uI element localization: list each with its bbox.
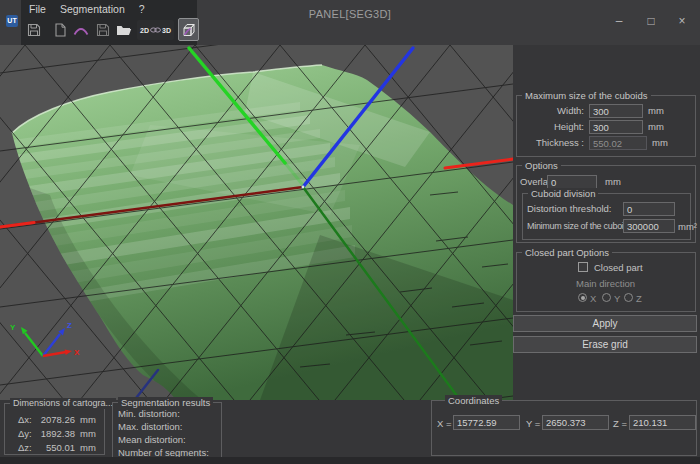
max-size-group-title: Maximum size of the cuboids: [522, 90, 651, 101]
dx-unit: mm: [80, 414, 96, 425]
open-folder-icon[interactable]: [116, 22, 132, 38]
coord-z-label: Z =: [613, 418, 627, 429]
dimensions-group-title: Dimensions of cartogra...: [10, 398, 116, 409]
menu-toolbar-strip: File Segmentation ? 2D: [21, 0, 197, 45]
min-size-field[interactable]: [623, 219, 675, 233]
triad-x-label: X: [74, 348, 80, 357]
dy-unit: mm: [80, 428, 96, 439]
main-direction-radio-z-label: Z: [636, 293, 642, 304]
dz-unit: mm: [80, 442, 96, 453]
coord-y-field[interactable]: [542, 415, 609, 430]
main-direction-radio-y-label: Y: [614, 293, 620, 304]
new-file-icon[interactable]: [52, 22, 68, 38]
save-icon[interactable]: [26, 22, 42, 38]
main-direction-label: Main direction: [576, 278, 635, 289]
coord-x-label: X =: [437, 418, 452, 429]
options-group-title: Options: [522, 160, 561, 171]
dx-value: 2078.26: [31, 414, 75, 425]
triad-z-label: Z: [67, 321, 72, 330]
dx-label: Δx:: [18, 414, 32, 425]
axes-origin-point: [302, 186, 305, 189]
height-label: Height:: [517, 121, 584, 132]
height-field[interactable]: [589, 120, 643, 134]
max-size-group: Maximum size of the cuboids Width: mm He…: [516, 95, 696, 157]
dz-label: Δz:: [18, 442, 32, 453]
toggle-2d-label: 2D: [140, 27, 149, 34]
menu-file[interactable]: File: [29, 3, 46, 15]
max-distortion-label: Max. distortion:: [118, 421, 182, 432]
apply-button[interactable]: Apply: [513, 315, 697, 332]
min-distortion-label: Min. distortion:: [118, 408, 180, 419]
closed-part-group-title: Closed part Options: [522, 247, 612, 258]
main-direction-radio-x-label: X: [590, 293, 596, 304]
dimensions-group: Dimensions of cartogra... Δx: 2078.26 mm…: [4, 403, 105, 455]
erase-grid-button[interactable]: Erase grid: [513, 336, 697, 353]
viewport-3d[interactable]: Y Z X: [0, 45, 513, 400]
mean-distortion-label: Mean distortion:: [118, 434, 186, 445]
segmentation-results-group: Segmentation results Min. distortion: Ma…: [112, 402, 222, 458]
dy-value: 1892.38: [31, 428, 75, 439]
overlap-field[interactable]: [547, 175, 597, 189]
thickness-field: [589, 136, 647, 150]
distortion-threshold-label: Distortion threshold:: [527, 203, 611, 214]
toggle-3d-label: 3D: [162, 27, 171, 34]
coord-x-field[interactable]: [453, 415, 520, 430]
thickness-label: Thickness :: [517, 137, 584, 148]
save-as-icon[interactable]: [95, 22, 111, 38]
main-direction-radio-z[interactable]: [624, 293, 633, 302]
curve-icon[interactable]: [73, 22, 89, 38]
link-icon: [150, 26, 161, 34]
minimize-button[interactable]: –: [608, 11, 630, 31]
coordinates-group: Coordinates X = Y = Z =: [431, 400, 697, 456]
height-unit: mm: [648, 121, 664, 132]
main-direction-radio-x[interactable]: [578, 293, 587, 302]
title-bar: UT File Segmentation ? 2D: [0, 0, 700, 45]
menu-bar: File Segmentation ?: [21, 1, 197, 17]
main-direction-radio-y[interactable]: [602, 293, 611, 302]
cuboid-division-title: Cuboid division: [528, 188, 598, 199]
triad-y-label: Y: [10, 323, 16, 332]
segmentation-results-title: Segmentation results: [118, 397, 213, 408]
options-group: Options Overlap: mm Cuboid division Dist…: [516, 165, 696, 243]
closed-part-group: Closed part Options Closed part Main dir…: [516, 252, 696, 312]
window-title: PANEL[SEG3D]: [270, 8, 430, 20]
overlap-unit: mm: [605, 176, 621, 187]
width-label: Width:: [517, 105, 584, 116]
close-button[interactable]: ×: [671, 11, 693, 31]
width-unit: mm: [648, 105, 664, 116]
scene-canvas: Y Z X: [0, 45, 513, 400]
coord-y-label: Y =: [526, 418, 540, 429]
cuboid-segmentation-tool-button[interactable]: [178, 18, 199, 41]
toggle-2d3d-button[interactable]: 2D 3D: [137, 20, 174, 40]
dy-label: Δy:: [18, 428, 32, 439]
dz-value: 550.01: [31, 442, 75, 453]
cuboid-division-group: Cuboid division Distortion threshold: Mi…: [522, 193, 691, 240]
coordinates-group-title: Coordinates: [445, 395, 502, 406]
coord-z-field[interactable]: [629, 415, 696, 430]
thickness-unit: mm: [652, 137, 668, 148]
cube-icon: [181, 22, 196, 38]
app-logo: UT: [6, 15, 18, 27]
closed-part-checkbox-label: Closed part: [594, 262, 643, 273]
min-size-unit: mm²: [678, 221, 697, 232]
closed-part-checkbox[interactable]: [578, 262, 588, 272]
distortion-threshold-field[interactable]: [623, 202, 675, 216]
min-size-label: Minimum size of the cuboids: [527, 221, 632, 231]
footer-strip: [0, 457, 700, 464]
width-field[interactable]: [589, 104, 643, 118]
menu-help[interactable]: ?: [139, 3, 145, 15]
maximize-button[interactable]: □: [640, 11, 662, 31]
app-window: { "window": { "badge": "UT", "title": "P…: [0, 0, 700, 464]
menu-segmentation[interactable]: Segmentation: [60, 3, 125, 15]
